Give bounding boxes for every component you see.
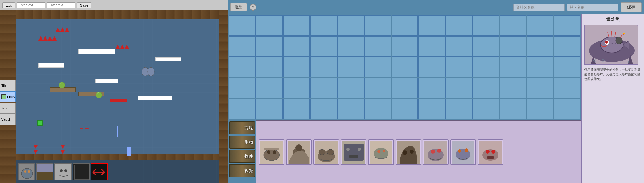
grid-cell[interactable] bbox=[229, 99, 256, 119]
platform-white-1 bbox=[78, 49, 115, 54]
game-canvas[interactable]: 🟢 🟢 ←→ bbox=[16, 10, 228, 183]
grid-cell[interactable] bbox=[500, 36, 526, 57]
grid-cell[interactable] bbox=[472, 36, 499, 57]
grid-cell[interactable] bbox=[283, 78, 310, 98]
category-object-btn[interactable]: 物件 bbox=[229, 150, 255, 163]
grid-cell[interactable] bbox=[229, 78, 256, 98]
sidebar-item-visual[interactable]: Visual bbox=[0, 114, 16, 125]
grid-cell[interactable] bbox=[256, 57, 283, 77]
card-name-input[interactable] bbox=[567, 4, 618, 11]
grid-cell[interactable] bbox=[392, 36, 418, 57]
grid-cell[interactable] bbox=[445, 78, 472, 98]
exit-button[interactable]: Exit bbox=[2, 2, 15, 8]
grid-cell[interactable] bbox=[310, 78, 337, 98]
grid-cell[interactable] bbox=[418, 36, 445, 57]
item-card-6[interactable] bbox=[396, 139, 421, 165]
grid-cell[interactable] bbox=[283, 36, 310, 57]
grid-cell[interactable] bbox=[472, 78, 499, 98]
grid-cell[interactable] bbox=[500, 57, 526, 77]
grid-cell[interactable] bbox=[310, 57, 337, 77]
item-card-3[interactable] bbox=[313, 139, 339, 165]
grid-cell[interactable] bbox=[392, 78, 418, 98]
grid-cell[interactable] bbox=[472, 99, 499, 119]
grid-cell[interactable] bbox=[256, 36, 283, 57]
tile-thumb-1[interactable] bbox=[18, 163, 35, 180]
folder-name-input[interactable] bbox=[513, 4, 565, 11]
grid-cell[interactable] bbox=[364, 78, 391, 98]
grid-cell[interactable] bbox=[337, 99, 364, 119]
grid-cell[interactable] bbox=[445, 36, 472, 57]
item-card-7[interactable] bbox=[423, 139, 449, 165]
grid-cell[interactable] bbox=[392, 57, 418, 77]
grid-cell[interactable] bbox=[392, 99, 418, 119]
grid-cell[interactable] bbox=[554, 78, 580, 98]
grid-cell[interactable] bbox=[310, 36, 337, 57]
grid-cell[interactable] bbox=[500, 78, 526, 98]
grid-cell[interactable] bbox=[364, 36, 391, 57]
grid-cell[interactable] bbox=[364, 99, 391, 119]
grid-cell[interactable] bbox=[364, 57, 391, 77]
category-creature-btn[interactable]: 生物 bbox=[229, 136, 255, 149]
category-block-btn[interactable]: 方塊 bbox=[229, 121, 255, 134]
category-visual-btn[interactable]: 視覺 bbox=[229, 164, 255, 177]
tile-thumb-4[interactable] bbox=[73, 163, 90, 180]
grid-cell[interactable] bbox=[256, 78, 283, 98]
grid-cell[interactable] bbox=[554, 36, 580, 57]
grid-cell[interactable] bbox=[310, 15, 337, 36]
item-card-2[interactable] bbox=[286, 139, 312, 165]
grid-cell[interactable] bbox=[527, 36, 553, 57]
grid-cell[interactable] bbox=[337, 78, 364, 98]
spikes-2 bbox=[38, 36, 57, 41]
input-field-2[interactable] bbox=[47, 2, 75, 8]
save-button-left[interactable]: Save bbox=[77, 2, 92, 8]
grid-cell[interactable] bbox=[364, 15, 391, 36]
grid-cell[interactable] bbox=[337, 57, 364, 77]
save-button-right[interactable]: 保存 bbox=[621, 2, 642, 12]
grid-cell[interactable] bbox=[527, 99, 553, 119]
help-icon[interactable]: ? bbox=[250, 4, 256, 11]
grid-cell[interactable] bbox=[445, 15, 472, 36]
grid-cell[interactable] bbox=[229, 57, 256, 77]
sidebar-item-item[interactable]: Item bbox=[0, 103, 16, 114]
grid-cell[interactable] bbox=[500, 15, 526, 36]
grid-cell[interactable] bbox=[527, 78, 553, 98]
item-card-1[interactable] bbox=[259, 139, 284, 165]
exit-button-right[interactable]: 退出 bbox=[230, 3, 247, 11]
tile-thumb-3[interactable] bbox=[54, 163, 72, 180]
item-card-4[interactable] bbox=[341, 139, 366, 165]
grid-cell[interactable] bbox=[445, 57, 472, 77]
grid-cell[interactable] bbox=[229, 36, 256, 57]
grid-cell[interactable] bbox=[283, 15, 310, 36]
grid-cell[interactable] bbox=[554, 99, 580, 119]
grid-cell[interactable] bbox=[554, 57, 580, 77]
input-field-1[interactable] bbox=[17, 2, 45, 8]
grid-cell[interactable] bbox=[283, 57, 310, 77]
grid-cell[interactable] bbox=[445, 99, 472, 119]
grid-cell[interactable] bbox=[527, 15, 553, 36]
grid-cell[interactable] bbox=[392, 15, 418, 36]
right-topbar: 退出 ? 保存 bbox=[228, 0, 644, 14]
grid-cell[interactable] bbox=[310, 99, 337, 119]
item-card-5[interactable] bbox=[368, 139, 394, 165]
tile-thumb-arrow[interactable] bbox=[91, 163, 108, 180]
grid-cell[interactable] bbox=[554, 15, 580, 36]
grid-cell[interactable] bbox=[418, 15, 445, 36]
sidebar-item-tile[interactable]: Tile bbox=[0, 80, 16, 91]
tile-thumb-2[interactable] bbox=[36, 163, 53, 180]
item-card-8[interactable] bbox=[450, 139, 476, 165]
grid-cell[interactable] bbox=[418, 57, 445, 77]
grid-cell[interactable] bbox=[256, 15, 283, 36]
sidebar-item-entity[interactable]: Entity bbox=[0, 91, 16, 102]
grid-cell[interactable] bbox=[229, 15, 256, 36]
grid-cell[interactable] bbox=[527, 57, 553, 77]
grid-cell[interactable] bbox=[337, 15, 364, 36]
grid-cell[interactable] bbox=[472, 57, 499, 77]
grid-cell[interactable] bbox=[283, 99, 310, 119]
grid-cell[interactable] bbox=[418, 99, 445, 119]
item-card-9[interactable] bbox=[478, 139, 503, 165]
grid-cell[interactable] bbox=[472, 15, 499, 36]
grid-cell[interactable] bbox=[337, 36, 364, 57]
grid-cell[interactable] bbox=[500, 99, 526, 119]
grid-cell[interactable] bbox=[256, 99, 283, 119]
grid-cell[interactable] bbox=[418, 78, 445, 98]
